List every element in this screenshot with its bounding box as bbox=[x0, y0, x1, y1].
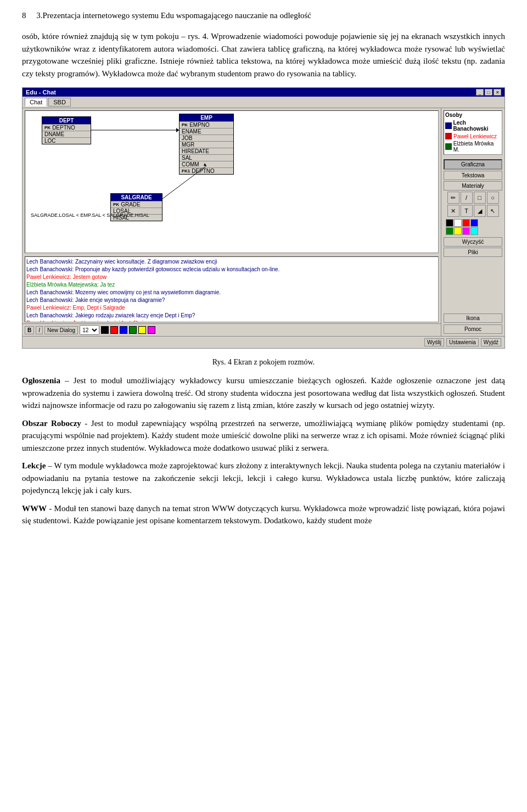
circle-icon[interactable]: ○ bbox=[487, 192, 499, 204]
pencil-icon[interactable]: ✏ bbox=[447, 192, 459, 204]
line-icon[interactable]: / bbox=[461, 192, 473, 204]
palette-white[interactable] bbox=[454, 219, 462, 227]
dept-dname-row: DNAME bbox=[42, 131, 91, 137]
dept-table: DEPT PK DEPTNO DNAME LOC bbox=[42, 116, 91, 144]
figure-caption: Rys. 4 Ekran z pokojem rozmów. bbox=[22, 356, 505, 368]
figure-body: DEPT PK DEPTNO DNAME LOC EMP PK EMPNO EN bbox=[23, 108, 504, 336]
relation-text: SALGRADE.LOSAL < EMP.SAL < SALGRADE.HISA… bbox=[31, 212, 149, 218]
tab-sbd[interactable]: SBD bbox=[48, 98, 71, 107]
section-bold-lekcje: Lekcje bbox=[22, 461, 46, 470]
materialy-button[interactable]: Materiały bbox=[444, 181, 502, 191]
wyczysc-button[interactable]: Wyczyść bbox=[444, 237, 502, 247]
palette-black[interactable] bbox=[446, 219, 453, 227]
section-bold-obszar: Obszar Roboczy bbox=[22, 419, 81, 428]
ustawienia-button[interactable]: Ustawienia bbox=[446, 338, 479, 346]
chat-msg-2: Pawel Lenkiewicz: Jestem gotow bbox=[26, 273, 437, 281]
new-dialog-button[interactable]: New Dialog bbox=[44, 326, 78, 334]
page-header: 8 3.Prezentacja internetowego systemu Ed… bbox=[22, 11, 505, 20]
paragraph-obszar: Obszar Roboczy - Jest to moduł zapewniaj… bbox=[22, 417, 505, 455]
color-red[interactable] bbox=[110, 326, 118, 334]
person-icon-elzbieta bbox=[445, 143, 452, 150]
paragraph-www: WWW - Moduł ten stanowi bazę danych na t… bbox=[22, 502, 505, 527]
text-icon[interactable]: T bbox=[461, 205, 473, 217]
person-icon-lech bbox=[445, 122, 452, 129]
palette-magenta[interactable] bbox=[462, 227, 470, 235]
section-bold-www: WWW bbox=[22, 504, 47, 513]
chat-msg-4: Lech Banachowski: Mozemy wiec omowijmy c… bbox=[26, 289, 437, 296]
palette-cyan[interactable] bbox=[470, 227, 478, 235]
palette-yellow[interactable] bbox=[454, 227, 462, 235]
color-palette bbox=[444, 218, 502, 236]
figure-chat: Edu - Chat _ □ ✕ Chat SBD DEPT PK DEPTNO bbox=[22, 87, 505, 349]
italic-button[interactable]: I bbox=[36, 326, 43, 334]
draw-tools-row2: ✕ T ◢ ↖ bbox=[444, 205, 502, 217]
font-size-select[interactable]: 12 10 14 16 bbox=[80, 325, 99, 335]
person-name-elzbieta: Elżbieta Mrówka M. bbox=[453, 141, 501, 153]
ikona-button[interactable]: Ikona bbox=[444, 313, 502, 323]
chat-msg-8: Pawel Lenkiewicz: Jest to zwiazek nieide… bbox=[26, 320, 437, 322]
pliki-button[interactable]: Pliki bbox=[444, 248, 502, 257]
paragraph-ogloszenia: Ogłoszenia – Jest to moduł umożliwiający… bbox=[22, 374, 505, 412]
draw-tools-row1: ✏ / □ ○ bbox=[444, 192, 502, 204]
figure-title: Edu - Chat bbox=[26, 89, 56, 96]
person-name-pawel: Paweł Lenkiewicz bbox=[453, 133, 497, 139]
pomoc-button[interactable]: Pomoc bbox=[444, 324, 502, 334]
page-title: 3.Prezentacja internetowego systemu Edu … bbox=[36, 11, 311, 20]
persons-list: Osoby Lech Banachowski Paweł Lenkiewicz … bbox=[444, 110, 502, 155]
emp-pk-row: PK EMPNO bbox=[180, 121, 233, 128]
chat-msg-3: Elżbieta Mrówka Matejewska: Ja tez bbox=[26, 281, 437, 288]
bold-button[interactable]: B bbox=[25, 326, 34, 334]
persons-header: Osoby bbox=[445, 112, 501, 118]
pointer-icon[interactable]: ↖ bbox=[487, 205, 499, 217]
emp-header: EMP bbox=[180, 114, 233, 121]
fill-icon[interactable]: ◢ bbox=[474, 205, 486, 217]
page-number: 8 bbox=[22, 11, 26, 20]
tab-chat[interactable]: Chat bbox=[25, 98, 47, 107]
emp-table: EMP PK EMPNO ENAME JOB MGR HIREDATE SAL … bbox=[179, 114, 234, 175]
close-button[interactable]: ✕ bbox=[494, 89, 501, 96]
color-blue[interactable] bbox=[120, 326, 127, 334]
person-icon-pawel bbox=[445, 133, 452, 139]
palette-red[interactable] bbox=[462, 219, 470, 227]
chat-msg-7: Lech Banachowski: Jakiego rodzaju zwiaze… bbox=[26, 312, 437, 319]
diagram-area: DEPT PK DEPTNO DNAME LOC EMP PK EMPNO EN bbox=[25, 110, 439, 253]
palette-blue[interactable] bbox=[470, 219, 478, 227]
sidebar-tools: Graficzna Tekstowa Materiały ✏ / □ ○ ✕ T… bbox=[441, 157, 504, 259]
chat-msg-1: Lech Banachowski: Proponuje aby kazdy po… bbox=[26, 266, 437, 273]
paragraph-lekcje: Lekcje – W tym module wykładowca może za… bbox=[22, 460, 505, 497]
person-elzbieta: Elżbieta Mrówka M. bbox=[445, 140, 501, 153]
chat-toolbar: B I New Dialog 12 10 14 16 bbox=[23, 323, 441, 336]
figure-menubar: Chat SBD bbox=[23, 97, 504, 108]
color-black[interactable] bbox=[101, 326, 109, 334]
dept-header: DEPT bbox=[42, 117, 91, 124]
eraser-icon[interactable]: ✕ bbox=[447, 205, 459, 217]
salgrade-header: SALGRADE bbox=[111, 194, 162, 201]
section-bold-ogloszenia: Ogłoszenia bbox=[22, 376, 60, 385]
color-magenta[interactable] bbox=[148, 326, 155, 334]
dept-loc-row: LOC bbox=[42, 137, 91, 144]
color-green[interactable] bbox=[129, 326, 137, 334]
chat-msg-0: Lech Banachowski: Zaczynainy wiec konsul… bbox=[26, 258, 437, 265]
rect-icon[interactable]: □ bbox=[474, 192, 486, 204]
maximize-button[interactable]: □ bbox=[485, 89, 492, 96]
paragraph-1: osób, które również znajdują się w tym p… bbox=[22, 30, 505, 80]
figure-titlebar: Edu - Chat _ □ ✕ bbox=[23, 88, 504, 97]
wyjdz-button[interactable]: Wyjdź bbox=[481, 338, 501, 346]
tekstowa-button[interactable]: Tekstowa bbox=[444, 171, 502, 180]
palette-green[interactable] bbox=[446, 227, 453, 235]
figure-main-area: DEPT PK DEPTNO DNAME LOC EMP PK EMPNO EN bbox=[23, 108, 441, 336]
wyslij-button[interactable]: Wyślij bbox=[424, 338, 444, 346]
figure-bottom-bar: Wyślij Ustawienia Wyjdź bbox=[23, 336, 504, 348]
titlebar-controls: _ □ ✕ bbox=[476, 89, 501, 96]
person-pawel: Paweł Lenkiewicz bbox=[445, 132, 501, 140]
person-name-lech: Lech Banachowski bbox=[453, 120, 501, 132]
person-lech: Lech Banachowski bbox=[445, 119, 501, 132]
chat-msg-5: Lech Banachowski: Jakie encje wystepuja … bbox=[26, 296, 437, 304]
minimize-button[interactable]: _ bbox=[476, 89, 484, 96]
color-yellow[interactable] bbox=[138, 326, 146, 334]
graficzna-button[interactable]: Graficzna bbox=[444, 159, 502, 170]
figure-sidebar: Osoby Lech Banachowski Paweł Lenkiewicz … bbox=[441, 108, 504, 336]
bottom-right-btns: Wyślij Ustawienia Wyjdź bbox=[424, 338, 501, 346]
chat-msg-6: Pawel Lenkiewicz: Emp, Dept i Salgrade bbox=[26, 304, 437, 311]
chat-messages-area[interactable]: Lech Banachowski: Zaczynainy wiec konsul… bbox=[25, 256, 439, 322]
